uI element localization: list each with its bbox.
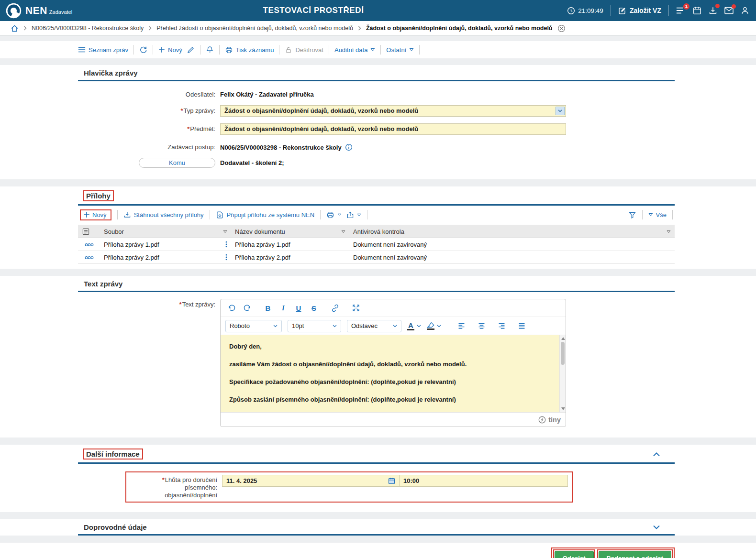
table-row[interactable]: Příloha zprávy 1.pdf Příloha zprávy 1.pd… <box>78 238 675 251</box>
refresh-icon[interactable] <box>139 46 147 54</box>
tinymce-brand-text: tiny <box>548 416 561 424</box>
printer-icon <box>326 211 334 219</box>
download-icon <box>123 211 131 219</box>
strikethrough-button[interactable]: S <box>307 301 321 315</box>
section-attachments: Přílohy Nový Stáhnout všechny přílohy Př… <box>0 186 756 269</box>
nen-logo[interactable]: NEN Zadavatel <box>6 3 72 19</box>
section-message-text: Text zprávy *Text zprávy: B I U S <box>0 276 756 438</box>
downloads-button[interactable] <box>709 6 717 15</box>
export-attachments-menu[interactable] <box>346 211 361 219</box>
zalozit-vz-button[interactable]: Založit VZ <box>618 7 661 15</box>
underline-button[interactable]: U <box>291 301 306 315</box>
close-tab-icon[interactable] <box>557 24 566 33</box>
chevron-down-icon <box>337 213 342 217</box>
breadcrumb: N006/25/V00003298 - Rekonstrukce školy P… <box>0 21 756 36</box>
redo-icon[interactable] <box>240 301 254 315</box>
attachment-file-name[interactable]: Příloha zprávy 2.pdf <box>104 254 159 261</box>
edit-pencil-icon[interactable] <box>187 46 195 54</box>
typ-zpravy-label: Typ zprávy: <box>184 107 215 114</box>
date-picker-calendar-icon[interactable] <box>388 477 395 484</box>
scrollbar-thumb[interactable] <box>561 342 565 365</box>
attachment-antivirus-status: Dokument není zavirovaný <box>349 238 675 251</box>
odeslat-button[interactable]: Odeslat <box>555 551 594 558</box>
table-row[interactable]: Příloha zprávy 2.pdf Příloha zprávy 2.pd… <box>78 251 675 264</box>
align-right-button[interactable] <box>495 319 509 333</box>
komu-button[interactable]: Komu <box>139 158 215 168</box>
profile-button[interactable] <box>741 6 749 15</box>
bell-icon[interactable] <box>206 45 214 54</box>
messages-button[interactable] <box>724 7 734 14</box>
kebab-icon[interactable] <box>225 254 227 261</box>
italic-button[interactable]: I <box>276 301 290 315</box>
rich-text-editor[interactable]: B I U S Roboto <box>220 299 566 427</box>
print-attachments-menu[interactable] <box>326 211 342 219</box>
bold-button[interactable]: B <box>261 301 275 315</box>
highlight-color-button[interactable] <box>427 322 441 330</box>
column-settings-icon[interactable] <box>78 225 100 238</box>
breadcrumb-item-overview[interactable]: Přehled žádostí o objasnění/doplnění úda… <box>156 25 353 32</box>
row-actions-icon[interactable] <box>85 243 94 247</box>
column-header-antivirova-kontrola[interactable]: Antivirová kontrola <box>349 225 675 238</box>
align-center-button[interactable] <box>475 319 489 333</box>
collapse-chevron-up-icon[interactable] <box>653 452 660 457</box>
decrypt-button[interactable]: Dešifrovat <box>285 46 323 54</box>
info-icon[interactable] <box>345 143 353 151</box>
audit-data-menu[interactable]: Auditní data <box>334 46 375 54</box>
fullscreen-button[interactable] <box>349 301 363 315</box>
podepsat-a-odeslat-button[interactable]: Podepsat a odeslat <box>599 551 671 558</box>
lhuta-date-input[interactable]: 11. 4. 2025 <box>222 475 399 487</box>
tasks-badge: 1 <box>683 3 689 10</box>
download-all-attachments-button[interactable]: Stáhnout všechny přílohy <box>123 211 204 219</box>
typ-zpravy-select[interactable]: Žádost o objasnění/doplnění údajů, dokla… <box>220 105 566 117</box>
filter-icon[interactable] <box>628 211 636 219</box>
text-zpravy-label: Text zprávy: <box>182 301 215 308</box>
editor-scrollbar[interactable] <box>559 335 566 412</box>
field-predmet: *Předmět: Žádost o objasnění/doplnění úd… <box>78 123 675 135</box>
attachments-table-header: Soubor Název dokumentu Antivirová kontro… <box>78 225 675 238</box>
tasks-menu-button[interactable]: 1 <box>676 7 686 14</box>
block-format-select[interactable]: Odstavec <box>347 320 401 332</box>
column-filter-icon[interactable] <box>341 230 345 233</box>
home-icon[interactable] <box>11 24 19 33</box>
column-header-nazev-dokumentu[interactable]: Název dokumentu <box>231 225 349 238</box>
field-komu: Komu Dodavatel - školení 2; <box>78 158 675 168</box>
nen-logo-subtitle: Zadavatel <box>49 9 72 15</box>
kebab-icon[interactable] <box>225 241 227 248</box>
section-title-message-header: Hlavička zprávy <box>84 69 138 77</box>
compose-icon <box>618 7 626 15</box>
seznam-zprav-button[interactable]: Seznam zpráv <box>78 46 128 54</box>
align-left-button[interactable] <box>455 319 469 333</box>
attachments-new-button[interactable]: Nový <box>80 209 111 220</box>
attachment-file-name[interactable]: Příloha zprávy 1.pdf <box>104 241 159 248</box>
align-justify-button[interactable] <box>515 319 529 333</box>
field-zadavaci-postup: Zadávací postup: N006/25/V00003298 - Rek… <box>78 142 675 151</box>
column-filter-icon[interactable] <box>667 230 671 233</box>
message-body-textarea[interactable]: Dobrý den, zasíláme Vám žádost o objasně… <box>221 335 566 412</box>
attach-from-nen-button[interactable]: Připojit přílohu ze systému NEN <box>216 211 315 219</box>
font-family-select[interactable]: Roboto <box>225 320 282 332</box>
new-record-button[interactable]: Nový <box>158 46 182 54</box>
scroll-up-icon[interactable] <box>561 337 565 340</box>
expand-chevron-down-icon[interactable] <box>653 525 660 530</box>
printer-icon <box>225 46 233 54</box>
message-paragraph: Způsob zaslání písemného objasnění/dopln… <box>229 396 549 404</box>
column-filter-icon[interactable] <box>223 230 227 233</box>
other-actions-menu[interactable]: Ostatní <box>386 46 414 54</box>
column-header-soubor[interactable]: Soubor <box>100 225 231 238</box>
lhuta-time-input[interactable]: 10:00 <box>399 475 568 487</box>
link-button[interactable] <box>328 301 342 315</box>
chevron-down-icon <box>357 213 361 217</box>
row-actions-icon[interactable] <box>85 256 94 260</box>
scroll-down-icon[interactable] <box>561 407 565 410</box>
calendar-button[interactable] <box>693 6 701 15</box>
select-chevron-down-icon[interactable] <box>556 107 565 115</box>
predmet-input[interactable]: Žádost o objasnění/doplnění údajů, dokla… <box>220 123 566 135</box>
section-title-accompanying-data: Doprovodné údaje <box>84 523 147 531</box>
breadcrumb-item-procedure[interactable]: N006/25/V00003298 - Rekonstrukce školy <box>32 25 144 32</box>
font-size-select[interactable]: 10pt <box>288 320 341 332</box>
view-filter-vse-menu[interactable]: Vše <box>648 211 667 219</box>
text-color-button[interactable]: A <box>407 322 421 330</box>
undo-icon[interactable] <box>224 301 239 315</box>
odesilatel-value: Felix Okátý - Zadavatel příručka <box>220 89 314 98</box>
print-record-button[interactable]: Tisk záznamu <box>225 46 274 54</box>
